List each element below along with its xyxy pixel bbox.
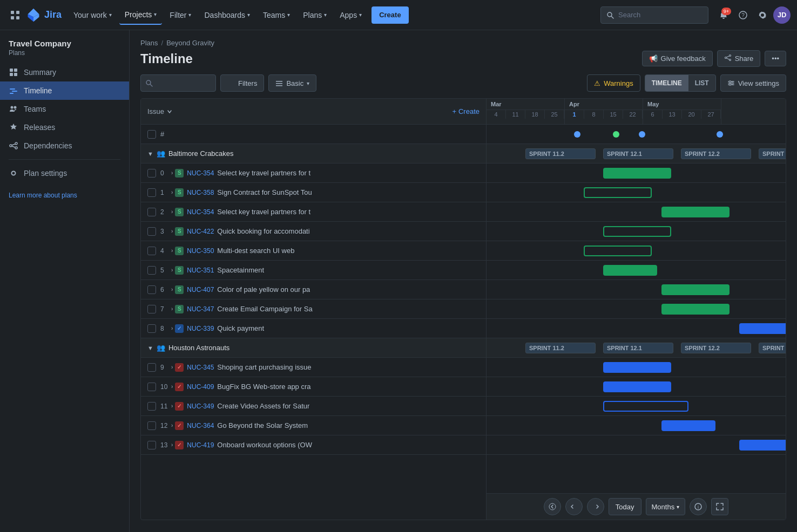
table-row[interactable]: 9 › ✓ NUC-345 Shoping cart purchasing is… bbox=[141, 358, 486, 377]
row-checkbox[interactable] bbox=[147, 324, 156, 333]
months-dropdown[interactable]: Months ▾ bbox=[646, 498, 686, 515]
settings-button[interactable] bbox=[754, 6, 771, 24]
row-checkbox[interactable] bbox=[147, 421, 156, 430]
row-checkbox[interactable] bbox=[147, 130, 156, 139]
expand-icon[interactable]: › bbox=[171, 422, 173, 428]
expand-icon[interactable]: › bbox=[171, 209, 173, 215]
issue-key[interactable]: NUC-347 bbox=[187, 305, 214, 313]
grid-icon[interactable] bbox=[6, 6, 24, 24]
sidebar-item-releases[interactable]: Releases bbox=[0, 118, 129, 137]
prev-nav-button[interactable] bbox=[544, 498, 561, 515]
table-row[interactable]: 7 › S NUC-347 Create Email Campaign for … bbox=[141, 299, 486, 319]
row-checkbox[interactable] bbox=[147, 208, 156, 216]
expand-icon[interactable]: › bbox=[171, 306, 173, 312]
row-checkbox[interactable] bbox=[147, 363, 156, 372]
basic-button[interactable]: Basic ▾ bbox=[268, 74, 316, 92]
expand-icon[interactable]: › bbox=[171, 170, 173, 176]
table-row[interactable]: 1 › S NUC-358 Sign Contract for SunSpot … bbox=[141, 183, 486, 202]
nav-projects[interactable]: Projects ▾ bbox=[119, 5, 163, 25]
table-row[interactable]: 6 › S NUC-407 Color of pale yellow on ou… bbox=[141, 280, 486, 299]
sidebar-item-dependencies[interactable]: Dependencies bbox=[0, 137, 129, 155]
forward-nav-button[interactable] bbox=[587, 498, 604, 515]
nav-apps[interactable]: Apps ▾ bbox=[334, 5, 367, 25]
expand-icon[interactable]: › bbox=[171, 287, 173, 292]
table-row[interactable]: 0 › S NUC-354 Select key travel partners… bbox=[141, 163, 486, 183]
issue-key[interactable]: NUC-358 bbox=[187, 189, 214, 196]
breadcrumb-plans[interactable]: Plans bbox=[140, 39, 158, 47]
nav-teams[interactable]: Teams ▾ bbox=[258, 5, 295, 25]
nav-your-work[interactable]: Your work ▾ bbox=[68, 5, 117, 25]
expand-icon[interactable]: › bbox=[171, 364, 173, 370]
expand-icon[interactable]: › bbox=[171, 384, 173, 390]
timeline-search[interactable] bbox=[140, 74, 216, 92]
issue-key[interactable]: NUC-349 bbox=[187, 403, 214, 410]
nav-plans[interactable]: Plans ▾ bbox=[298, 5, 332, 25]
group-baltimore[interactable]: ▼ 👥 Baltimore Crabcakes bbox=[141, 144, 486, 163]
timeline-view-button[interactable]: TIMELINE bbox=[645, 75, 688, 91]
filters-button[interactable]: Filters bbox=[220, 74, 264, 92]
sidebar-plan-settings[interactable]: Plan settings bbox=[0, 164, 129, 182]
issue-key[interactable]: NUC-354 bbox=[187, 169, 214, 177]
table-row[interactable]: 11 › ✓ NUC-349 Create Video Assets for S… bbox=[141, 397, 486, 416]
row-checkbox[interactable] bbox=[147, 305, 156, 313]
table-row[interactable]: 2 › S NUC-354 Select key travel partners… bbox=[141, 202, 486, 222]
group-houston[interactable]: ▼ 👥 Houston Astronauts bbox=[141, 338, 486, 358]
nav-filter[interactable]: Filter ▾ bbox=[164, 5, 197, 25]
row-checkbox[interactable] bbox=[147, 169, 156, 178]
issue-key[interactable]: NUC-354 bbox=[187, 208, 214, 216]
sidebar-item-teams[interactable]: Teams bbox=[0, 100, 129, 118]
row-checkbox[interactable] bbox=[147, 441, 156, 449]
issue-key[interactable]: NUC-407 bbox=[187, 286, 214, 294]
issue-key[interactable]: NUC-419 bbox=[187, 441, 214, 449]
table-row[interactable]: 8 › ✓ NUC-339 Quick payment bbox=[141, 319, 486, 338]
sidebar-item-timeline[interactable]: Timeline bbox=[0, 81, 129, 100]
table-row[interactable]: 13 › ✓ NUC-419 Onboard workout options (… bbox=[141, 435, 486, 455]
issue-key[interactable]: NUC-364 bbox=[187, 422, 214, 429]
expand-icon[interactable]: › bbox=[171, 267, 173, 273]
avatar[interactable]: JD bbox=[773, 6, 791, 24]
today-button[interactable]: Today bbox=[609, 498, 641, 515]
table-row[interactable]: 12 › ✓ NUC-364 Go Beyond the Solar Syste… bbox=[141, 416, 486, 435]
issue-key[interactable]: NUC-409 bbox=[187, 383, 214, 391]
notifications-button[interactable]: 9+ bbox=[715, 6, 732, 24]
learn-more-link[interactable]: Learn more about plans bbox=[9, 192, 77, 199]
info-button[interactable]: i bbox=[690, 498, 707, 515]
issue-key[interactable]: NUC-350 bbox=[187, 247, 214, 255]
row-checkbox[interactable] bbox=[147, 247, 156, 255]
give-feedback-button[interactable]: 📢 Give feedback bbox=[642, 51, 713, 66]
expand-icon[interactable]: › bbox=[171, 403, 173, 409]
nav-dashboards[interactable]: Dashboards ▾ bbox=[199, 5, 255, 25]
expand-icon[interactable]: › bbox=[171, 442, 173, 448]
expand-icon[interactable]: › bbox=[171, 325, 173, 331]
search-box[interactable]: Search bbox=[600, 6, 708, 24]
more-actions-button[interactable]: ••• bbox=[765, 51, 786, 66]
table-row[interactable]: 5 › S NUC-351 Spacetainment bbox=[141, 261, 486, 280]
jira-logo[interactable]: Jira bbox=[26, 8, 62, 23]
table-row[interactable]: 10 › ✓ NUC-409 BugFix BG Web-store app c… bbox=[141, 377, 486, 397]
row-checkbox[interactable] bbox=[147, 188, 156, 197]
list-view-button[interactable]: LIST bbox=[688, 75, 715, 91]
help-button[interactable]: ? bbox=[734, 6, 752, 24]
breadcrumb-beyond-gravity[interactable]: Beyond Gravity bbox=[166, 39, 214, 47]
sidebar-item-summary[interactable]: Summary bbox=[0, 63, 129, 81]
issue-key[interactable]: NUC-422 bbox=[187, 228, 214, 235]
row-checkbox[interactable] bbox=[147, 285, 156, 294]
expand-icon[interactable]: › bbox=[171, 228, 173, 234]
create-issue-button[interactable]: + Create bbox=[452, 107, 479, 115]
expand-icon[interactable]: › bbox=[171, 189, 173, 195]
warnings-button[interactable]: ⚠ Warnings bbox=[587, 74, 640, 92]
create-button[interactable]: Create bbox=[372, 6, 408, 24]
row-checkbox[interactable] bbox=[147, 402, 156, 411]
row-checkbox[interactable] bbox=[147, 383, 156, 391]
back-nav-button[interactable] bbox=[565, 498, 583, 515]
row-checkbox[interactable] bbox=[147, 227, 156, 236]
fullscreen-button[interactable] bbox=[711, 498, 728, 515]
share-button[interactable]: Share bbox=[717, 50, 761, 67]
issue-key[interactable]: NUC-345 bbox=[187, 364, 214, 371]
issue-key[interactable]: NUC-351 bbox=[187, 267, 214, 274]
view-settings-button[interactable]: View settings bbox=[720, 74, 786, 92]
expand-icon[interactable]: › bbox=[171, 248, 173, 254]
table-row[interactable]: 4 › S NUC-350 Multi-dest search UI web bbox=[141, 241, 486, 261]
table-row[interactable]: 3 › S NUC-422 Quick booking for accomoda… bbox=[141, 222, 486, 241]
issue-key[interactable]: NUC-339 bbox=[187, 325, 214, 332]
